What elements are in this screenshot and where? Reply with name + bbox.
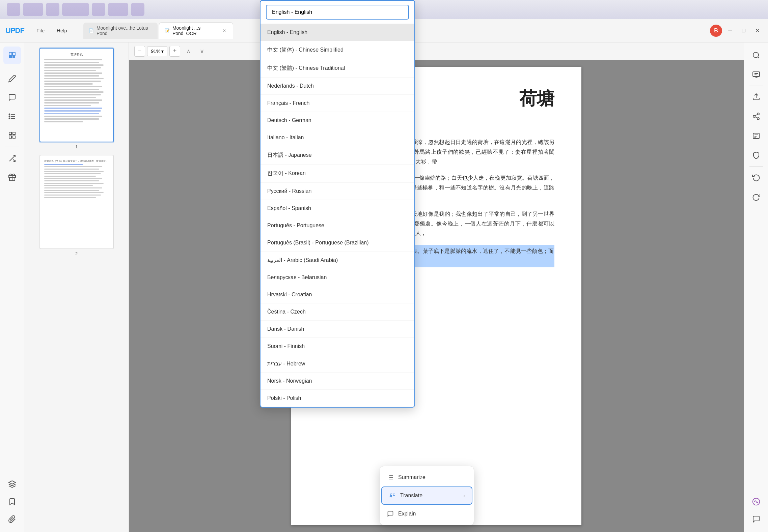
language-item-en[interactable]: English - English bbox=[260, 24, 414, 41]
language-item-nl[interactable]: Nederlands - Dutch bbox=[260, 78, 414, 95]
svg-rect-30 bbox=[753, 72, 760, 77]
language-item-hr[interactable]: Hrvatski - Croatian bbox=[260, 286, 414, 303]
zoom-in-button[interactable]: + bbox=[169, 46, 180, 57]
svg-point-9 bbox=[9, 114, 10, 115]
language-item-ru[interactable]: Русский - Russian bbox=[260, 183, 414, 200]
summarize-menu-icon bbox=[387, 474, 394, 481]
language-item-ko[interactable]: 한국어 - Korean bbox=[260, 165, 414, 183]
os-icon-1[interactable] bbox=[7, 3, 20, 16]
os-icon-2[interactable] bbox=[23, 3, 43, 16]
tab-2-close[interactable]: ✕ bbox=[221, 28, 227, 34]
thumbnail-item-2[interactable]: 荷塘月色（节选）部分原文如下，另附翻译参考，敬请注意。 bbox=[30, 155, 123, 256]
language-search-input[interactable] bbox=[266, 5, 409, 20]
tab-2[interactable]: 📝 Moonlight ...s Pond_OCR ✕ bbox=[159, 22, 233, 39]
os-icon-6[interactable] bbox=[108, 3, 128, 16]
minimize-button[interactable]: ─ bbox=[725, 25, 736, 36]
title-bar-controls: B ─ □ ✕ bbox=[710, 25, 763, 37]
svg-line-29 bbox=[758, 57, 759, 58]
maximize-button[interactable]: □ bbox=[738, 25, 749, 36]
language-dropdown[interactable]: English - English中文 (简体) - Chinese Simpl… bbox=[260, 0, 415, 408]
pdf-content[interactable]: 荷塘 ■ 朱自清 這幾天心裡不寧靜。今晚在院子裡坐著乘涼，忽然想起日日走過的荷塘… bbox=[129, 60, 744, 532]
tool-comment[interactable] bbox=[3, 89, 21, 106]
svg-point-11 bbox=[9, 118, 10, 119]
svg-line-40 bbox=[755, 115, 757, 116]
tab-2-label: Moonlight ...s Pond_OCR bbox=[172, 25, 219, 36]
context-summarize-label: Summarize bbox=[398, 474, 426, 480]
nav-up-button[interactable]: ∧ bbox=[183, 46, 194, 57]
language-search-container bbox=[260, 1, 414, 24]
os-icon-5[interactable] bbox=[92, 3, 105, 16]
right-tool-ocr[interactable] bbox=[747, 66, 765, 84]
tab-2-icon: 📝 bbox=[165, 28, 170, 33]
language-item-he[interactable]: עברית - Hebrew bbox=[260, 355, 414, 373]
context-menu-summarize[interactable]: Summarize bbox=[380, 469, 474, 486]
right-tool-ai[interactable] bbox=[747, 493, 765, 510]
language-item-zh-s[interactable]: 中文 (简体) - Chinese Simplified bbox=[260, 41, 414, 59]
right-tool-export[interactable] bbox=[747, 88, 765, 106]
svg-point-38 bbox=[757, 118, 759, 120]
svg-marker-19 bbox=[9, 481, 16, 484]
tab-1-icon: 📄 bbox=[89, 28, 94, 33]
tool-layers[interactable] bbox=[3, 475, 21, 493]
title-menu: File Help bbox=[31, 26, 73, 35]
language-item-ar[interactable]: العربية - Arabic (Saudi Arabia) bbox=[260, 252, 414, 269]
language-item-de[interactable]: Deutsch - German bbox=[260, 112, 414, 129]
svg-rect-12 bbox=[9, 132, 11, 135]
language-item-be[interactable]: Беларуская - Belarusian bbox=[260, 269, 414, 286]
zoom-value: 91% ▾ bbox=[147, 46, 167, 56]
tool-list[interactable] bbox=[3, 108, 21, 125]
right-tool-sign[interactable] bbox=[747, 127, 765, 145]
os-icon-7[interactable] bbox=[131, 3, 144, 16]
right-tool-protect[interactable] bbox=[747, 147, 765, 164]
user-avatar[interactable]: B bbox=[710, 25, 722, 37]
svg-rect-0 bbox=[9, 52, 12, 56]
right-tool-undo[interactable] bbox=[747, 169, 765, 186]
menu-file[interactable]: File bbox=[31, 26, 50, 35]
svg-rect-15 bbox=[13, 136, 15, 138]
right-tool-chat[interactable] bbox=[747, 510, 765, 528]
right-divider-1 bbox=[749, 86, 763, 86]
tool-attach[interactable] bbox=[3, 510, 21, 528]
tool-bookmark[interactable] bbox=[3, 493, 21, 510]
language-item-pt[interactable]: Português - Portuguese bbox=[260, 217, 414, 234]
tool-reorder[interactable] bbox=[3, 150, 21, 167]
zoom-out-button[interactable]: − bbox=[134, 46, 145, 57]
nav-down-button[interactable]: ∨ bbox=[196, 46, 207, 57]
os-icon-3[interactable] bbox=[46, 3, 59, 16]
language-item-fi[interactable]: Suomi - Finnish bbox=[260, 338, 414, 355]
right-tool-share[interactable] bbox=[747, 108, 765, 125]
language-item-da[interactable]: Dansk - Danish bbox=[260, 321, 414, 338]
language-item-it[interactable]: Italiano - Italian bbox=[260, 129, 414, 146]
language-item-pl[interactable]: Polski - Polish bbox=[260, 390, 414, 407]
context-menu-translate[interactable]: Translate › bbox=[381, 486, 472, 505]
os-taskbar-icons bbox=[7, 3, 144, 16]
language-item-cs[interactable]: Čeština - Czech bbox=[260, 303, 414, 321]
right-tool-redo[interactable] bbox=[747, 188, 765, 206]
tool-annotate[interactable] bbox=[3, 70, 21, 87]
tool-grid[interactable] bbox=[3, 126, 21, 144]
close-button[interactable]: ✕ bbox=[752, 25, 763, 36]
tool-thumbnail[interactable] bbox=[3, 47, 21, 64]
tool-stamp[interactable] bbox=[3, 169, 21, 186]
thumbnail-item-1[interactable]: 荷塘月色 bbox=[30, 48, 123, 149]
context-menu-explain[interactable]: Explain bbox=[380, 505, 474, 522]
thumbnail-frame-1: 荷塘月色 bbox=[39, 48, 114, 142]
language-list: English - English中文 (简体) - Chinese Simpl… bbox=[260, 24, 414, 407]
tool-sidebar bbox=[0, 42, 24, 532]
tool-divider-2 bbox=[5, 147, 19, 147]
language-item-no[interactable]: Norsk - Norwegian bbox=[260, 373, 414, 390]
language-item-es[interactable]: Español - Spanish bbox=[260, 200, 414, 217]
viewer-toolbar: − 91% ▾ + ∧ ∨ bbox=[129, 42, 744, 60]
updf-logo: UPDF bbox=[5, 26, 24, 35]
language-item-zh-t[interactable]: 中文 (繁體) - Chinese Traditional bbox=[260, 59, 414, 78]
os-icon-4[interactable] bbox=[62, 3, 89, 16]
language-item-ja[interactable]: 日本語 - Japanese bbox=[260, 146, 414, 165]
svg-rect-14 bbox=[9, 136, 11, 138]
menu-help[interactable]: Help bbox=[51, 26, 73, 35]
right-tool-search[interactable] bbox=[747, 47, 765, 64]
right-sidebar bbox=[744, 42, 768, 532]
language-item-fr[interactable]: Français - French bbox=[260, 95, 414, 112]
tab-1[interactable]: 📄 Moonlight ove...he Lotus Pond bbox=[83, 23, 158, 39]
language-item-pt-br[interactable]: Português (Brasil) - Portuguese (Brazili… bbox=[260, 234, 414, 252]
zoom-dropdown-icon[interactable]: ▾ bbox=[161, 49, 164, 54]
